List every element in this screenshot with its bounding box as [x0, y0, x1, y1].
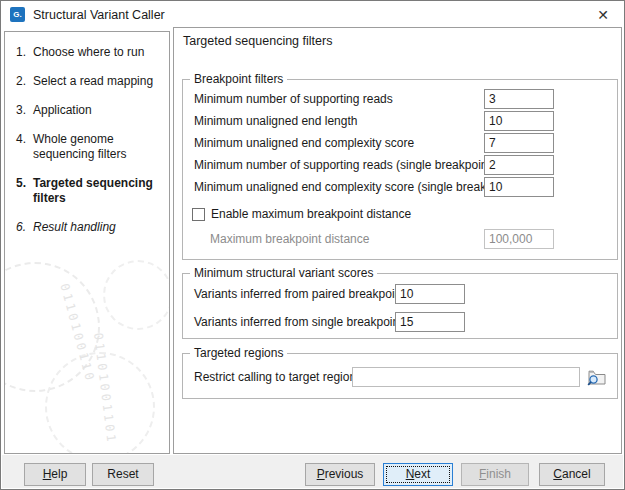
field-row: Minimum unaligned end complexity score — [183, 133, 617, 153]
group-title: Minimum structural variant scores — [190, 266, 377, 280]
min-unaligned-end-complexity-input[interactable] — [484, 133, 554, 153]
folder-search-icon[interactable] — [586, 367, 608, 387]
step-label: Choose where to run — [33, 45, 163, 60]
field-label: Maximum breakpoint distance — [210, 232, 369, 246]
field-label: Minimum unaligned end complexity score — [194, 136, 414, 150]
title-bar: G. Structural Variant Caller ✕ — [1, 1, 624, 28]
reset-button[interactable]: Reset — [92, 463, 154, 486]
group-targeted-regions: Targeted regions Restrict calling to tar… — [182, 353, 618, 399]
checkbox-label: Enable maximum breakpoint distance — [211, 207, 411, 221]
min-unaligned-end-length-input[interactable] — [484, 111, 554, 131]
max-breakpoint-distance-input — [484, 229, 554, 249]
watermark-digits: 01101001101 — [91, 332, 119, 445]
field-row: Minimum number of supporting reads (sing… — [183, 155, 617, 175]
dialog-window: G. Structural Variant Caller ✕ 011010011… — [0, 0, 625, 490]
step-whole-genome-filters: 4. Whole genome sequencing filters — [16, 132, 165, 162]
step-choose-where-to-run: 1. Choose where to run — [16, 45, 165, 60]
step-application: 3. Application — [16, 103, 165, 118]
min-score-paired-input[interactable] — [395, 284, 465, 304]
field-row: Minimum number of supporting reads — [183, 89, 617, 109]
field-label: Variants inferred from paired breakpoint… — [194, 287, 411, 301]
checkbox-row: Enable maximum breakpoint distance — [183, 206, 617, 222]
group-title: Targeted regions — [190, 346, 287, 360]
step-label: Select a read mapping — [33, 74, 163, 89]
button-bar: Help Reset Previous Next Finish Cancel — [2, 455, 623, 488]
field-label: Variants inferred from single breakpoint… — [194, 315, 409, 329]
cancel-button[interactable]: Cancel — [539, 463, 605, 486]
min-supporting-reads-single-input[interactable] — [484, 155, 554, 175]
watermark-spiral — [45, 352, 155, 454]
watermark-digits: 0110100110 — [57, 282, 97, 384]
min-supporting-reads-input[interactable] — [484, 89, 554, 109]
watermark-spiral — [4, 262, 100, 392]
field-row: Maximum breakpoint distance — [183, 228, 617, 250]
field-row: Variants inferred from single breakpoint… — [183, 312, 617, 332]
step-label: Whole genome sequencing filters — [33, 132, 163, 162]
field-row: Variants inferred from paired breakpoint… — [183, 284, 617, 304]
step-targeted-sequencing-filters: 5. Targeted sequencing filters — [16, 176, 165, 206]
step-result-handling: 6. Result handling — [16, 220, 165, 235]
main-panel: Targeted sequencing filters Breakpoint f… — [173, 27, 622, 454]
wizard-steps-sidebar: 0110100110 01101001101 1. Choose where t… — [4, 31, 170, 454]
field-row: Minimum unaligned end complexity score (… — [183, 177, 617, 197]
min-score-single-input[interactable] — [395, 312, 465, 332]
group-title: Breakpoint filters — [190, 72, 287, 86]
step-label: Application — [33, 103, 163, 118]
field-label: Restrict calling to target regions — [194, 370, 362, 384]
step-select-read-mapping: 2. Select a read mapping — [16, 74, 165, 89]
field-label: Minimum number of supporting reads (sing… — [194, 158, 495, 172]
step-label: Targeted sequencing filters — [33, 176, 163, 206]
group-min-variant-scores: Minimum structural variant scores Varian… — [182, 273, 618, 339]
field-row: Minimum unaligned end length — [183, 111, 617, 131]
watermark-spiral — [103, 260, 170, 330]
finish-button: Finish — [461, 463, 529, 486]
target-regions-input[interactable] — [352, 367, 580, 387]
next-button[interactable]: Next — [383, 463, 453, 486]
app-icon: G. — [10, 7, 25, 22]
field-label: Minimum number of supporting reads — [194, 92, 393, 106]
window-title: Structural Variant Caller — [33, 8, 165, 22]
field-label: Minimum unaligned end length — [194, 114, 357, 128]
previous-button[interactable]: Previous — [305, 463, 375, 486]
close-icon[interactable]: ✕ — [582, 1, 624, 28]
field-label: Minimum unaligned end complexity score (… — [194, 180, 516, 194]
enable-max-breakpoint-distance-checkbox[interactable] — [192, 208, 205, 221]
field-row: Restrict calling to target regions — [183, 367, 617, 387]
group-breakpoint-filters: Breakpoint filters Minimum number of sup… — [182, 79, 618, 260]
min-unaligned-end-complexity-single-input[interactable] — [484, 177, 554, 197]
help-button[interactable]: Help — [24, 463, 86, 486]
page-title: Targeted sequencing filters — [183, 34, 332, 48]
step-label: Result handling — [33, 220, 163, 235]
